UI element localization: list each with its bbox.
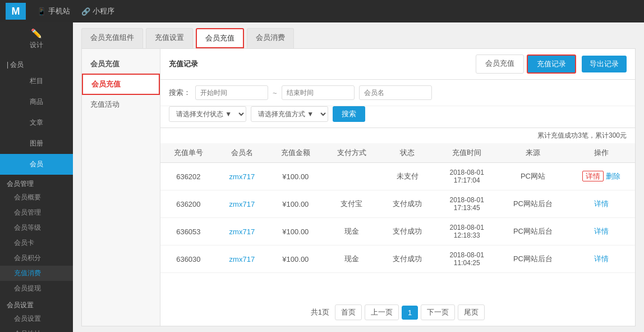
- right-panel: 充值记录 会员充值 充值记录 导出记录: [160, 49, 635, 326]
- pay-status-select[interactable]: 请选择支付状态 ▼: [169, 106, 246, 122]
- sidebar-sub-recharge-consume[interactable]: 充值消费: [0, 266, 73, 281]
- cell-source: PC网站后台: [498, 190, 567, 218]
- sidebar-sub-msettings[interactable]: 会员设置: [0, 311, 73, 326]
- right-panel-title: 充值记录: [169, 59, 198, 69]
- tab-member-recharge[interactable]: 会员充值: [196, 28, 244, 48]
- sidebar-sub-overview[interactable]: 会员概要: [0, 190, 73, 205]
- detail-link[interactable]: 详情: [594, 199, 609, 208]
- export-btn[interactable]: 导出记录: [582, 56, 627, 72]
- mini-label: 小程序: [93, 6, 114, 16]
- tab-member-consume[interactable]: 会员消费: [247, 28, 294, 48]
- col-paymethod: 支付方式: [324, 143, 380, 163]
- first-page-btn[interactable]: 首页: [335, 304, 362, 320]
- table-row: 636200 zmx717 ¥100.00 支付宝 支付成功 2018-08-0…: [160, 190, 635, 218]
- cell-id: 636200: [160, 190, 217, 218]
- detail-link[interactable]: 详情: [594, 254, 609, 263]
- left-panel-member-recharge[interactable]: 会员充值: [82, 74, 160, 95]
- content-panel: 会员充值 会员充值 充值活动 充值记录: [81, 48, 636, 326]
- cell-id: 636030: [160, 245, 217, 273]
- cell-paymethod: 现金: [324, 218, 380, 245]
- total-pages: 共1页: [311, 307, 329, 317]
- cell-source: PC网站: [498, 163, 567, 190]
- prev-page-btn[interactable]: 上一页: [365, 304, 399, 320]
- cell-member: zmx717: [217, 245, 268, 273]
- table-row: 636053 zmx717 ¥100.00 现金 支付成功 2018-08-01…: [160, 218, 635, 245]
- left-panel-recharge-activity[interactable]: 充值活动: [82, 95, 160, 114]
- sidebar-sub-management[interactable]: 会员管理: [0, 205, 73, 220]
- mobile-icon: 📱: [37, 7, 46, 16]
- detail-link[interactable]: 详情: [582, 171, 604, 181]
- table-wrapper: 充值单号 会员名 充值金额 支付方式 状态 充值时间 来源 操作: [160, 143, 635, 299]
- member-group-label: | 会员: [7, 60, 24, 70]
- sidebar-sub-withdraw[interactable]: 会员提现: [0, 281, 73, 296]
- cell-time: 2018-08-0112:18:33: [435, 218, 498, 245]
- cell-status: 未支付: [379, 163, 435, 190]
- next-page-btn[interactable]: 下一页: [421, 304, 455, 320]
- search-area: 搜索： ~: [160, 80, 635, 106]
- col-ops: 操作: [568, 143, 635, 163]
- sidebar-sub-points[interactable]: 会员积分: [0, 251, 73, 266]
- cell-ops: 详情 删除: [568, 163, 635, 190]
- sidebar-item-member[interactable]: 会员: [0, 154, 73, 175]
- member-mgmt-label: 会员管理: [7, 179, 34, 189]
- mobile-label: 手机站: [48, 6, 70, 16]
- sidebar-item-columns[interactable]: 栏目: [0, 71, 73, 92]
- top-tabs: 会员充值组件 充值设置 会员充值 会员消费: [73, 22, 644, 48]
- last-page-btn[interactable]: 尾页: [458, 304, 485, 320]
- sidebar-item-gallery[interactable]: 图册: [0, 133, 73, 154]
- content-area: 会员充值组件 充值设置 会员充值 会员消费 会员充值 会员充值 充值活动: [73, 22, 644, 332]
- sidebar-label-design: 设计: [30, 40, 43, 50]
- member-label: 会员: [30, 160, 43, 169]
- col-status: 状态: [379, 143, 435, 163]
- pagination-area: 共1页 首页 上一页 1 下一页 尾页: [160, 299, 635, 326]
- search-btn[interactable]: 搜索: [333, 106, 365, 122]
- cell-member: zmx717: [217, 163, 268, 190]
- cell-amount: ¥100.00: [268, 190, 324, 218]
- cell-source: PC网站后台: [498, 218, 567, 245]
- sub-tabs-area: 充值记录 会员充值 充值记录 导出记录: [160, 49, 635, 80]
- end-time-input[interactable]: [282, 85, 355, 100]
- sub-tabs: 会员充值 充值记录: [476, 54, 576, 74]
- mobile-site-btn[interactable]: 📱 手机站: [37, 6, 70, 16]
- col-time: 充值时间: [435, 143, 498, 163]
- start-time-input[interactable]: [195, 85, 268, 100]
- gallery-label: 图册: [30, 139, 43, 148]
- cell-time: 2018-08-0117:17:04: [435, 163, 498, 190]
- tab-recharge-settings[interactable]: 充值设置: [146, 28, 193, 48]
- cell-status: 支付成功: [379, 245, 435, 273]
- sub-tab-recharge-record[interactable]: 充值记录: [527, 54, 576, 74]
- cell-time: 2018-08-0111:04:25: [435, 245, 498, 273]
- sidebar-sub-level[interactable]: 会员等级: [0, 220, 73, 235]
- mini-program-btn[interactable]: 🔗 小程序: [81, 6, 114, 16]
- cell-id: 636053: [160, 218, 217, 245]
- sub-tab-member-recharge[interactable]: 会员充值: [476, 54, 524, 74]
- recharge-method-select[interactable]: 请选择充值方式 ▼: [251, 106, 328, 122]
- detail-link[interactable]: 详情: [594, 227, 609, 235]
- sidebar-item-design[interactable]: ✏️ 设计: [0, 22, 73, 56]
- col-source: 来源: [498, 143, 567, 163]
- sidebar-sub-address[interactable]: 会员地址: [0, 326, 73, 332]
- member-settings-header: 会员设置: [0, 296, 73, 311]
- sidebar-item-article[interactable]: 文章: [0, 112, 73, 133]
- delete-link[interactable]: 删除: [606, 172, 620, 180]
- cell-amount: ¥100.00: [268, 245, 324, 273]
- article-label: 文章: [30, 118, 43, 128]
- cell-status: 支付成功: [379, 190, 435, 218]
- cell-time: 2018-08-0117:13:45: [435, 190, 498, 218]
- member-name-input[interactable]: [359, 85, 432, 100]
- cell-status: 支付成功: [379, 218, 435, 245]
- member-group: 会员 会员管理 会员概要 会员管理 会员等级 会员卡 会员积分 充值消费: [0, 154, 73, 332]
- member-mgmt-header: 会员管理: [0, 175, 73, 190]
- page-1-btn[interactable]: 1: [402, 306, 418, 320]
- top-bar: M 📱 手机站 🔗 小程序: [0, 0, 644, 22]
- tab-recharge-combo[interactable]: 会员充值组件: [81, 28, 143, 48]
- sidebar-sub-card[interactable]: 会员卡: [0, 235, 73, 251]
- logo: M: [6, 3, 26, 20]
- sidebar-item-goods[interactable]: 商品: [0, 92, 73, 112]
- cell-paymethod: 支付宝: [324, 190, 380, 218]
- goods-label: 商品: [30, 97, 43, 107]
- cell-ops: 详情: [568, 190, 635, 218]
- columns-label: 栏目: [30, 76, 43, 86]
- cell-amount: ¥100.00: [268, 163, 324, 190]
- search-label: 搜索：: [169, 88, 191, 98]
